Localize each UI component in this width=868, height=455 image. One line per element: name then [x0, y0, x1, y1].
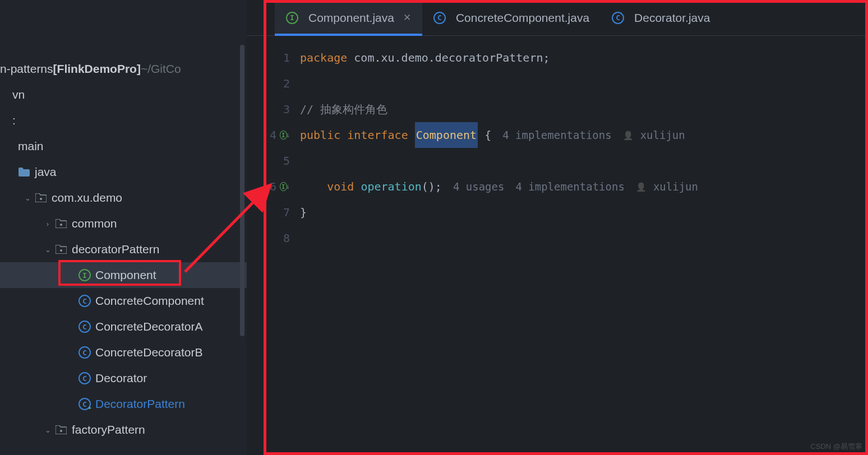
code-editor[interactable]: 1234I↓56I↓78 package com.xu.demo.decorat… [247, 36, 868, 455]
token-kw-orange: interface [347, 122, 414, 148]
code-line[interactable] [300, 225, 868, 251]
tree-item-Decorator[interactable]: CDecorator [0, 365, 247, 391]
token-pkg: } [300, 199, 307, 225]
line-number: 1 [283, 51, 290, 64]
tree-item-label: factoryPattern [72, 423, 145, 437]
tree-item-label: main [18, 140, 44, 153]
author-hint[interactable]: xulijun [623, 122, 685, 148]
gutter-line: 5 [247, 148, 290, 174]
tab-Component[interactable]: IComponent.java✕ [275, 0, 422, 35]
chevron-down-icon[interactable]: ⌄ [22, 194, 33, 202]
code-line[interactable] [300, 71, 868, 96]
tab-ConcreteComponent[interactable]: CConcreteComponent.java [422, 0, 601, 35]
chevron-down-icon[interactable]: ⌄ [43, 245, 53, 254]
chevron-down-icon[interactable]: ⌄ [43, 426, 53, 434]
code-line[interactable]: } [300, 199, 868, 225]
usage-hint[interactable]: 4 implementations [502, 122, 611, 148]
class-icon: C [612, 12, 624, 24]
tree-item-label: java [35, 165, 57, 179]
gutter-line: 6I↓ [247, 174, 290, 199]
line-number: 5 [283, 154, 290, 168]
tab-label: ConcreteComponent.java [456, 11, 589, 25]
project-name: n-patterns [0, 62, 53, 76]
line-number: 2 [283, 77, 290, 90]
tree-item-ConcreteComponent[interactable]: CConcreteComponent [0, 288, 247, 314]
token-pkg [300, 174, 327, 199]
sidebar-scrollbar[interactable] [240, 45, 244, 336]
gutter-line: 7 [247, 199, 290, 225]
tree-item-ConcreteDecoratorA[interactable]: CConcreteDecoratorA [0, 314, 247, 340]
editor-tabs: IComponent.java✕CConcreteComponent.javaC… [247, 0, 868, 36]
project-root[interactable]: n-patterns [FlinkDemoPro] ~/GitCo [0, 56, 247, 82]
tree-item-main[interactable]: main [0, 133, 247, 159]
class-icon: C [79, 321, 91, 333]
tree-item-label: DecoratorPattern [95, 397, 185, 411]
package-icon [55, 243, 67, 256]
gutter-line: 8 [247, 225, 290, 251]
gutter-line: 3 [247, 96, 290, 122]
chevron-right-icon[interactable]: › [43, 220, 53, 228]
tree-item-label: Decorator [95, 372, 147, 385]
token-fn: operation [361, 174, 421, 199]
tree-item-label: ConcreteComponent [95, 294, 204, 308]
token-comment: // 抽象构件角色 [300, 96, 387, 122]
gutter-line: 4I↓ [247, 122, 290, 148]
project-module: [FlinkDemoPro] [53, 62, 141, 76]
class-icon: C [79, 346, 91, 359]
line-number: 3 [283, 103, 290, 116]
close-icon[interactable]: ✕ [403, 12, 411, 24]
class-icon: C [433, 12, 446, 24]
runnable-class-icon: C▸ [79, 398, 91, 410]
tree-item-Component[interactable]: IComponent [0, 262, 247, 288]
token-kw-orange: public [300, 122, 347, 148]
tree-item-label: vn [12, 88, 25, 101]
tree-item-DecoratorPattern[interactable]: C▸DecoratorPattern [0, 391, 247, 417]
implementations-gutter-icon[interactable]: I↓ [280, 182, 290, 192]
usage-hint[interactable]: 4 usages [453, 174, 505, 199]
tree-item-label: Component [95, 268, 156, 282]
class-icon: C [79, 372, 91, 384]
tree-item-com-xu-demo[interactable]: ⌄com.xu.demo [0, 185, 247, 211]
class-icon: C [79, 295, 91, 307]
code-line[interactable] [300, 148, 868, 174]
gutter: 1234I↓56I↓78 [247, 45, 300, 455]
line-number: 8 [283, 231, 290, 245]
code-line[interactable]: package com.xu.demo.decoratorPattern; [300, 45, 868, 71]
tree-item-label: common [72, 217, 117, 230]
interface-icon: I [286, 12, 298, 24]
tree-item-java[interactable]: java [0, 159, 247, 185]
tree-item-:[interactable]: : [0, 108, 247, 133]
package-icon [55, 424, 67, 436]
project-sidebar[interactable]: n-patterns [FlinkDemoPro] ~/GitCo vn:mai… [0, 0, 247, 455]
project-tree: n-patterns [FlinkDemoPro] ~/GitCo vn:mai… [0, 0, 247, 443]
implementations-gutter-icon[interactable]: I↓ [280, 130, 290, 140]
tab-Decorator[interactable]: CDecorator.java [601, 0, 721, 35]
tree-item-vn[interactable]: vn [0, 82, 247, 108]
tree-item-common[interactable]: ›common [0, 211, 247, 236]
code-line[interactable]: // 抽象构件角色 [300, 96, 868, 122]
line-number: 7 [283, 206, 290, 219]
interface-icon: I [79, 269, 91, 281]
code-line[interactable]: public interface Component {4 implementa… [300, 122, 868, 148]
tree-item-label: com.xu.demo [52, 191, 122, 205]
usage-hint[interactable]: 4 implementations [515, 174, 624, 199]
folder-icon [18, 166, 30, 178]
svg-point-0 [40, 198, 42, 200]
gutter-line: 2 [247, 71, 290, 96]
svg-point-2 [60, 249, 62, 252]
tree-item-decoratorPattern[interactable]: ⌄decoratorPattern [0, 236, 247, 262]
tab-label: Decorator.java [634, 11, 710, 25]
line-number: 6 [270, 180, 276, 193]
code-line[interactable]: void operation();4 usages4 implementatio… [300, 174, 868, 199]
author-hint[interactable]: xulijun [636, 173, 698, 200]
svg-point-3 [60, 430, 62, 432]
token-pkg: { [478, 122, 491, 148]
line-number: 4 [270, 128, 276, 142]
tree-item-label: ConcreteDecoratorB [95, 346, 202, 359]
tree-item-factoryPattern[interactable]: ⌄factoryPattern [0, 417, 247, 443]
gutter-line: 1 [247, 45, 290, 71]
tree-item-ConcreteDecoratorB[interactable]: CConcreteDecoratorB [0, 340, 247, 365]
token-ident-hi: Component [415, 122, 478, 148]
code-content[interactable]: package com.xu.demo.decoratorPattern;// … [300, 45, 868, 455]
watermark: CSDN @易雪寒 [810, 442, 862, 452]
